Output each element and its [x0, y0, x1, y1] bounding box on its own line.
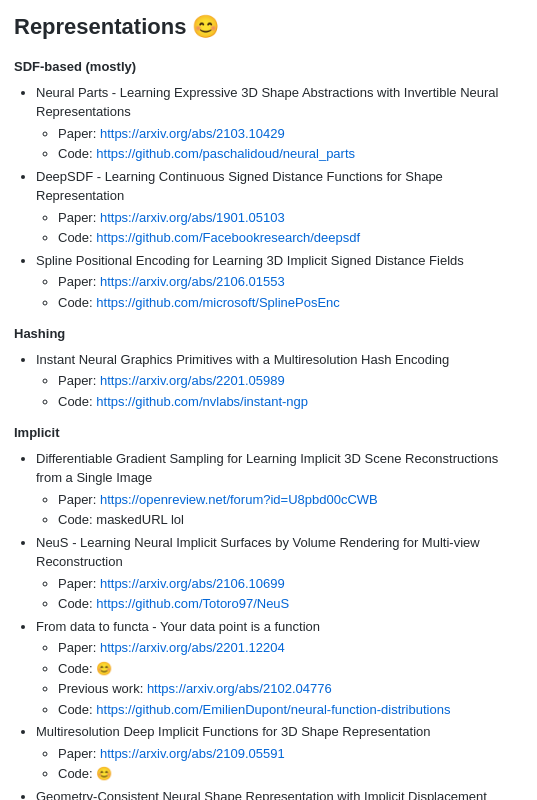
subitem-link[interactable]: https://github.com/paschalidoud/neural_p… [96, 146, 355, 161]
item-label: Instant Neural Graphics Primitives with … [36, 352, 449, 367]
subitem-link[interactable]: https://arxiv.org/abs/2106.01553 [100, 274, 285, 289]
item-label: Spline Positional Encoding for Learning … [36, 253, 464, 268]
subitem-link[interactable]: https://arxiv.org/abs/2103.10429 [100, 126, 285, 141]
subitem-prefix: Code: [58, 766, 96, 781]
item-label: Differentiable Gradient Sampling for Lea… [36, 451, 498, 486]
section-0: SDF-based (mostly)Neural Parts - Learnin… [14, 57, 523, 312]
list-item: Code: https://github.com/microsoft/Splin… [58, 293, 523, 313]
list-item: Code: 😊 [58, 659, 523, 679]
title-emoji: 😊 [192, 10, 219, 43]
subitem-link[interactable]: https://arxiv.org/abs/2201.05989 [100, 373, 285, 388]
item-label: Multiresolution Deep Implicit Functions … [36, 724, 431, 739]
item-label: From data to functa - Your data point is… [36, 619, 320, 634]
subitem-link[interactable]: https://arxiv.org/abs/2106.10699 [100, 576, 285, 591]
subitem-link[interactable]: https://arxiv.org/abs/1901.05103 [100, 210, 285, 225]
list-item: Paper: https://arxiv.org/abs/2109.05591 [58, 744, 523, 764]
list-item: Code: https://github.com/EmilienDupont/n… [58, 700, 523, 720]
list-item: Geometry-Consistent Neural Shape Represe… [36, 787, 523, 801]
list-item: Code: https://github.com/Facebookresearc… [58, 228, 523, 248]
subitem-link[interactable]: https://github.com/nvlabs/instant-ngp [96, 394, 308, 409]
subitem-link[interactable]: https://arxiv.org/abs/2201.12204 [100, 640, 285, 655]
section-1: HashingInstant Neural Graphics Primitive… [14, 324, 523, 411]
subitem-link[interactable]: https://github.com/Facebookresearch/deep… [96, 230, 360, 245]
list-item: Instant Neural Graphics Primitives with … [36, 350, 523, 412]
list-item: Paper: https://arxiv.org/abs/1901.05103 [58, 208, 523, 228]
subitem-link[interactable]: https://github.com/Totoro97/NeuS [96, 596, 289, 611]
subitem-link[interactable]: https://github.com/EmilienDupont/neural-… [96, 702, 450, 717]
subitem-prefix: Code: [58, 230, 96, 245]
subitem-prefix: Paper: [58, 746, 100, 761]
subitem-prefix: Code: [58, 146, 96, 161]
list-item: Code: https://github.com/nvlabs/instant-… [58, 392, 523, 412]
section-heading-1: Hashing [14, 324, 523, 344]
page-title: Representations 😊 [14, 10, 523, 43]
list-item: Previous work: https://arxiv.org/abs/210… [58, 679, 523, 699]
list-item: Paper: https://arxiv.org/abs/2106.01553 [58, 272, 523, 292]
item-label: NeuS - Learning Neural Implicit Surfaces… [36, 535, 480, 570]
subitem-prefix: Paper: [58, 576, 100, 591]
subitem-prefix: Paper: [58, 492, 100, 507]
subitem-prefix: Code: [58, 295, 96, 310]
list-item: Code: https://github.com/paschalidoud/ne… [58, 144, 523, 164]
list-item: Code: maskedURL lol [58, 510, 523, 530]
list-item: NeuS - Learning Neural Implicit Surfaces… [36, 533, 523, 614]
subitem-text: 😊 [96, 661, 112, 676]
list-item: Paper: https://arxiv.org/abs/2106.10699 [58, 574, 523, 594]
subitem-prefix: Code: [58, 702, 96, 717]
list-item: Paper: https://arxiv.org/abs/2201.05989 [58, 371, 523, 391]
subitem-prefix: Code: [58, 394, 96, 409]
subitem-prefix: Paper: [58, 126, 100, 141]
subitem-prefix: Code: [58, 512, 96, 527]
list-item: Neural Parts - Learning Expressive 3D Sh… [36, 83, 523, 164]
subitem-link[interactable]: https://openreview.net/forum?id=U8pbd00c… [100, 492, 378, 507]
subitem-prefix: Paper: [58, 274, 100, 289]
item-label: DeepSDF - Learning Continuous Signed Dis… [36, 169, 443, 204]
list-item: From data to functa - Your data point is… [36, 617, 523, 720]
list-item: Paper: https://arxiv.org/abs/2103.10429 [58, 124, 523, 144]
list-item: Spline Positional Encoding for Learning … [36, 251, 523, 313]
subitem-prefix: Previous work: [58, 681, 147, 696]
list-item: DeepSDF - Learning Continuous Signed Dis… [36, 167, 523, 248]
list-item: Paper: https://arxiv.org/abs/2201.12204 [58, 638, 523, 658]
subitem-text: 😊 [96, 766, 112, 781]
item-label: Neural Parts - Learning Expressive 3D Sh… [36, 85, 498, 120]
list-item: Paper: https://openreview.net/forum?id=U… [58, 490, 523, 510]
subitem-prefix: Code: [58, 661, 96, 676]
subitem-text: maskedURL lol [96, 512, 184, 527]
subitem-prefix: Paper: [58, 373, 100, 388]
subitem-prefix: Paper: [58, 210, 100, 225]
section-2: ImplicitDifferentiable Gradient Sampling… [14, 423, 523, 800]
title-text: Representations [14, 10, 186, 43]
section-heading-0: SDF-based (mostly) [14, 57, 523, 77]
subitem-link[interactable]: https://arxiv.org/abs/2109.05591 [100, 746, 285, 761]
list-item: Differentiable Gradient Sampling for Lea… [36, 449, 523, 530]
subitem-prefix: Paper: [58, 640, 100, 655]
list-item: Code: https://github.com/Totoro97/NeuS [58, 594, 523, 614]
subitem-link[interactable]: https://github.com/microsoft/SplinePosEn… [96, 295, 340, 310]
subitem-prefix: Code: [58, 596, 96, 611]
list-item: Code: 😊 [58, 764, 523, 784]
subitem-link[interactable]: https://arxiv.org/abs/2102.04776 [147, 681, 332, 696]
section-heading-2: Implicit [14, 423, 523, 443]
list-item: Multiresolution Deep Implicit Functions … [36, 722, 523, 784]
item-label: Geometry-Consistent Neural Shape Represe… [36, 789, 487, 801]
